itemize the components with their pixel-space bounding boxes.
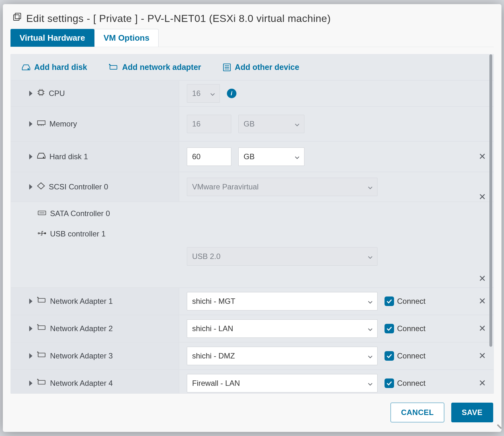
row-cpu: CPU 16 i [11, 80, 494, 106]
expand-scsi[interactable] [29, 184, 33, 190]
dialog-footer: CANCEL SAVE [3, 394, 501, 432]
remove-nic-1-button[interactable]: ✕ [479, 297, 486, 306]
row-usb-value: USB 2.0 [11, 243, 494, 270]
svg-rect-12 [38, 326, 45, 330]
chevron-down-icon [368, 324, 373, 333]
svg-point-10 [44, 233, 46, 234]
scrollbar-thumb[interactable] [489, 54, 492, 347]
chevron-down-icon [368, 252, 373, 261]
svg-rect-14 [38, 380, 45, 384]
remove-nic-4-button[interactable]: ✕ [479, 379, 486, 388]
expand-cpu[interactable] [29, 90, 33, 97]
hardware-panel: Add hard disk Add network adapter Add ot… [10, 54, 494, 394]
remove-nic-2-button[interactable]: ✕ [479, 324, 486, 333]
nic-3-connect-checkbox[interactable]: Connect [385, 351, 426, 361]
memory-icon [37, 119, 46, 128]
memory-value-input[interactable]: 16 [187, 115, 231, 133]
add-network-adapter-button[interactable]: Add network adapter [109, 63, 201, 72]
add-other-device-button[interactable]: Add other device [223, 63, 299, 72]
hard-disk-label: Hard disk 1 [50, 152, 88, 161]
row-network-adapter-1: Network Adapter 1 shichi - MGT Connect ✕ [11, 287, 494, 315]
hard-disk-icon [37, 152, 46, 161]
modal-title: Edit settings - [ Private ] - PV-L-NET01… [26, 13, 331, 24]
chevron-down-icon [368, 297, 373, 306]
nic-icon [37, 379, 46, 388]
scsi-type-select[interactable]: VMware Paravirtual [187, 178, 378, 196]
svg-rect-3 [110, 65, 117, 69]
nic-2-network-select[interactable]: shichi - LAN [187, 319, 378, 338]
scsi-icon [37, 182, 45, 191]
nic-icon [37, 351, 46, 360]
tabs: Virtual Hardware VM Options [3, 29, 501, 47]
svg-rect-1 [15, 13, 21, 19]
remove-hdd-button[interactable]: ✕ [479, 152, 486, 161]
add-device-toolbar: Add hard disk Add network adapter Add ot… [11, 54, 494, 80]
edit-settings-modal: Edit settings - [ Private ] - PV-L-NET01… [3, 4, 501, 432]
save-button[interactable]: SAVE [451, 403, 493, 422]
remove-usb-button[interactable]: ✕ [479, 274, 486, 283]
row-usb-controller-1: USB controller 1 [11, 225, 494, 243]
nic-label: Network Adapter 1 [50, 297, 113, 306]
cancel-button[interactable]: CANCEL [391, 403, 444, 422]
modal-header: Edit settings - [ Private ] - PV-L-NET01… [3, 4, 501, 28]
expand-nic-3[interactable] [29, 353, 33, 359]
usb-label: USB controller 1 [50, 229, 106, 238]
nic-icon [37, 324, 46, 333]
svg-point-7 [43, 157, 44, 158]
svg-point-9 [38, 233, 39, 234]
expand-nic-1[interactable] [29, 298, 33, 304]
usb-icon [37, 229, 46, 238]
scrollbar[interactable] [489, 54, 492, 393]
cpu-icon [37, 88, 45, 99]
chevron-down-icon [210, 89, 215, 98]
expand-nic-4[interactable] [29, 380, 33, 386]
tab-virtual-hardware[interactable]: Virtual Hardware [10, 29, 94, 47]
row-usb-spacer: ✕ [11, 270, 494, 287]
row-network-adapter-3: Network Adapter 3 shichi - DMZ Connect ✕ [11, 342, 494, 369]
remove-sata-button[interactable]: ✕ [479, 193, 486, 201]
cpu-info-icon[interactable]: i [227, 89, 236, 98]
memory-unit-select[interactable]: GB [238, 115, 304, 133]
svg-rect-0 [13, 15, 19, 21]
scsi-label: SCSI Controller 0 [49, 182, 108, 191]
cpu-count-select[interactable]: 16 [187, 84, 220, 103]
chevron-down-icon [295, 152, 300, 161]
nic-4-network-select[interactable]: Firewall - LAN [187, 374, 378, 392]
sata-label: SATA Controller 0 [50, 209, 110, 218]
svg-rect-13 [38, 353, 45, 357]
nic-1-network-select[interactable]: shichi - MGT [187, 292, 378, 310]
nic-1-connect-checkbox[interactable]: Connect [385, 296, 426, 306]
chevron-down-icon [295, 119, 300, 128]
svg-rect-11 [38, 298, 45, 302]
hdd-size-input[interactable] [187, 147, 231, 166]
memory-label: Memory [50, 119, 77, 128]
expand-nic-2[interactable] [29, 325, 33, 332]
row-hard-disk-1: Hard disk 1 GB ✕ [11, 141, 494, 172]
svg-rect-6 [37, 121, 45, 125]
sata-icon [37, 209, 46, 218]
row-scsi-controller-0: SCSI Controller 0 VMware Paravirtual [11, 172, 494, 201]
tab-vm-options[interactable]: VM Options [94, 29, 159, 47]
nic-4-connect-checkbox[interactable]: Connect [385, 378, 426, 388]
expand-memory[interactable] [29, 121, 33, 127]
chevron-down-icon [368, 182, 373, 191]
nic-label: Network Adapter 2 [50, 324, 113, 333]
usb-type-select[interactable]: USB 2.0 [187, 247, 378, 266]
cpu-label: CPU [49, 89, 65, 98]
chevron-down-icon [368, 351, 373, 360]
expand-hard-disk-1[interactable] [29, 153, 33, 160]
row-network-adapter-2: Network Adapter 2 shichi - LAN Connect ✕ [11, 315, 494, 342]
add-hard-disk-button[interactable]: Add hard disk [22, 63, 87, 72]
vm-icon [12, 12, 22, 24]
hdd-unit-select[interactable]: GB [238, 147, 304, 166]
chevron-down-icon [368, 379, 373, 388]
row-memory: Memory 16 GB [11, 106, 494, 141]
nic-label: Network Adapter 4 [50, 379, 113, 388]
svg-point-2 [28, 68, 29, 69]
nic-icon [37, 297, 46, 306]
remove-nic-3-button[interactable]: ✕ [479, 351, 486, 360]
nic-3-network-select[interactable]: shichi - DMZ [187, 347, 378, 365]
nic-2-connect-checkbox[interactable]: Connect [385, 324, 426, 333]
row-network-adapter-4: Network Adapter 4 Firewall - LAN Connect… [11, 369, 494, 393]
scroll-region[interactable]: Add hard disk Add network adapter Add ot… [11, 54, 494, 393]
